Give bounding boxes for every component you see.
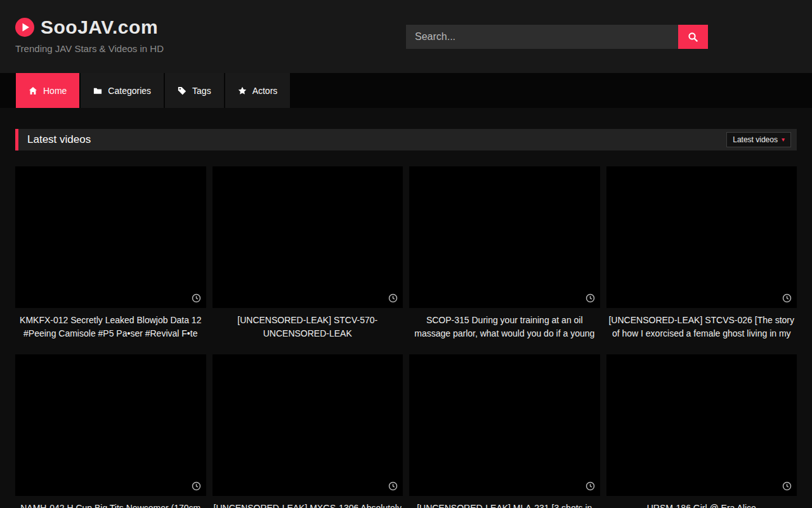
folder-icon	[93, 86, 102, 95]
nav-item-tags[interactable]: Tags	[165, 73, 224, 108]
site-tagline: Trending JAV Stars & Videos in HD	[15, 43, 164, 54]
nav-item-home[interactable]: Home	[16, 73, 79, 108]
clock-icon	[782, 293, 792, 303]
video-card[interactable]: [UNCENSORED-LEAK] STCV-570-UNCENSORED-LE…	[213, 166, 403, 340]
nav-item-categories[interactable]: Categories	[81, 73, 164, 108]
sort-dropdown[interactable]: Latest videos ▾	[726, 132, 791, 147]
clock-icon	[782, 481, 792, 491]
video-thumbnail[interactable]	[213, 166, 403, 308]
video-thumbnail[interactable]	[15, 166, 206, 308]
video-thumbnail[interactable]	[213, 354, 403, 496]
video-grid: KMKFX-012 Secretly Leaked Blowjob Data 1…	[15, 166, 797, 508]
clock-icon	[586, 481, 595, 491]
video-card[interactable]: NAMH-042 H Cup Big Tits Newcomer (170cm …	[15, 354, 206, 508]
main-nav: Home Categories Tags Actors	[0, 73, 812, 108]
nav-item-label: Tags	[192, 86, 211, 96]
video-card[interactable]: KMKFX-012 Secretly Leaked Blowjob Data 1…	[15, 166, 206, 340]
nav-item-label: Actors	[252, 86, 278, 96]
clock-icon	[388, 481, 398, 491]
video-card[interactable]: [UNCENSORED-LEAK] MXGS-1306 Absolutely	[213, 354, 403, 508]
sort-dropdown-label: Latest videos	[733, 135, 778, 144]
video-title[interactable]: [UNCENSORED-LEAK] MLA-231 [3 shots in	[410, 502, 599, 508]
video-title[interactable]: [UNCENSORED-LEAK] STCV-570-UNCENSORED-LE…	[214, 314, 402, 340]
video-thumbnail[interactable]	[606, 354, 797, 496]
search-bar	[406, 25, 708, 49]
video-title[interactable]: SCOP-315 During your training at an oil …	[410, 314, 599, 340]
video-card[interactable]: [UNCENSORED-LEAK] STCVS-026 [The story o…	[606, 166, 797, 340]
section-header: Latest videos Latest videos ▾	[15, 129, 797, 150]
clock-icon	[192, 293, 201, 303]
video-card[interactable]: URSM-186 Girl @ Era Alice	[606, 354, 797, 508]
video-card[interactable]: [UNCENSORED-LEAK] MLA-231 [3 shots in	[409, 354, 600, 508]
video-title[interactable]: [UNCENSORED-LEAK] STCVS-026 [The story o…	[608, 314, 796, 340]
video-title[interactable]: [UNCENSORED-LEAK] MXGS-1306 Absolutely	[214, 502, 402, 508]
nav-item-actors[interactable]: Actors	[225, 73, 291, 108]
clock-icon	[192, 481, 201, 491]
star-icon	[238, 86, 247, 95]
play-logo-icon	[15, 18, 34, 37]
video-thumbnail[interactable]	[409, 354, 600, 496]
site-logo[interactable]: SooJAV.com Trending JAV Stars & Videos i…	[15, 17, 164, 54]
video-title[interactable]: KMKFX-012 Secretly Leaked Blowjob Data 1…	[16, 314, 205, 340]
video-card[interactable]: SCOP-315 During your training at an oil …	[409, 166, 600, 340]
video-thumbnail[interactable]	[15, 354, 206, 496]
section-title: Latest videos	[27, 133, 91, 146]
home-icon	[29, 86, 37, 95]
video-title[interactable]: NAMH-042 H Cup Big Tits Newcomer (170cm …	[16, 502, 205, 508]
video-thumbnail[interactable]	[606, 166, 797, 308]
clock-icon	[388, 293, 398, 303]
chevron-down-icon: ▾	[782, 137, 785, 143]
search-button[interactable]	[678, 25, 708, 49]
search-icon	[688, 32, 698, 43]
video-thumbnail[interactable]	[409, 166, 600, 308]
video-title[interactable]: URSM-186 Girl @ Era Alice	[608, 502, 796, 508]
search-input[interactable]	[406, 25, 678, 49]
nav-item-label: Home	[43, 86, 67, 96]
tag-icon	[178, 86, 187, 95]
site-name: SooJAV.com	[41, 17, 158, 38]
clock-icon	[586, 293, 595, 303]
nav-item-label: Categories	[108, 86, 151, 96]
site-header: SooJAV.com Trending JAV Stars & Videos i…	[0, 0, 812, 73]
